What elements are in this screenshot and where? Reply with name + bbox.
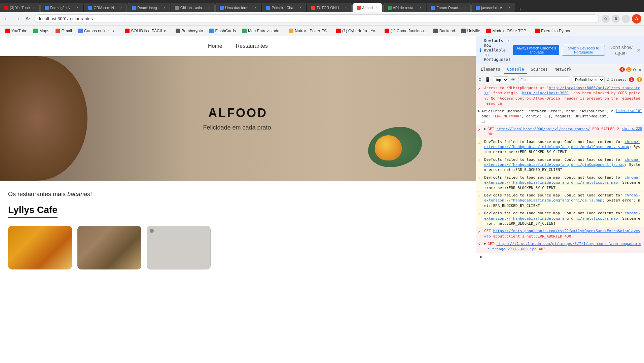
bookmark-como[interactable]: (1) Como funciona... [382,28,430,34]
img-link[interactable]: https://t1.uc.ltmcdn.com/pt/images/5/7/1… [488,242,641,251]
tab-formacao[interactable]: Formação N... ✕ [40,3,83,12]
address-bar[interactable] [34,14,599,23]
bookmark-label: Gmail [62,29,72,33]
back-button[interactable]: ← [3,14,11,23]
tab-primeiro[interactable]: Primeiro Cha... ✕ [262,3,306,12]
warn-link5[interactable]: chrome-extension://fhanhgoabiaafimidelom… [484,211,640,220]
tab-close-icon[interactable]: ✕ [419,6,422,9]
bookmark-nutror[interactable]: Nutror - Poker ES... [286,28,333,34]
warn-link3[interactable]: chrome-extension://fhanhgoabiaafimidelom… [484,175,640,185]
bookmark-univille[interactable]: Univille [458,28,483,34]
tab-console[interactable]: Console [504,66,528,74]
tab-close-icon[interactable]: ✕ [33,6,35,9]
get-link1[interactable]: http://localhost:8000/api/v1/restaurante… [497,127,590,131]
expand-icon[interactable]: ▶ [478,109,480,113]
tab-close-icon[interactable]: ✕ [254,6,257,9]
tab-alfood[interactable]: Alfood ✕ [352,3,382,12]
tab-label: Primeiro Cha... [272,6,296,10]
warn-link4[interactable]: chrome-extension://fhanhgoabiaafimidelom… [484,193,640,203]
tab-favicon [132,6,136,10]
nav-home-link[interactable]: Home [208,43,222,49]
origin-link[interactable]: http://localhost:3001 [522,91,569,95]
context-dropdown[interactable]: top [493,76,508,83]
tab-js[interactable]: javascript - A... ✕ [471,3,515,12]
console-line-ref2[interactable]: xhr.js:220 [622,126,642,131]
tab-uma[interactable]: Uma das form... ✕ [215,3,261,12]
tab-tutor[interactable]: TUTOR ONLI... ✕ [307,3,352,12]
tab-api[interactable]: API de resta... ✕ [383,3,426,12]
tab-close-icon[interactable]: ✕ [163,6,166,9]
console-line-ref[interactable]: index.tsx:101 [616,109,642,113]
extension-icon[interactable]: ⊕ [612,15,620,23]
bookmark-star-icon[interactable]: ☆ [602,15,610,23]
tab-react[interactable]: React: integ... ✕ [128,3,170,12]
tab-close-icon[interactable]: ✕ [299,6,302,9]
tab-close-icon[interactable]: ✕ [375,6,378,9]
tab-github[interactable]: GitHub - axio... ✕ [171,3,215,12]
settings-icon[interactable]: ⋮ [622,15,630,23]
bookmark-favicon [78,29,83,33]
bookmark-modelo[interactable]: Modelo OSI e TCP... [484,28,532,34]
console-filter-input[interactable] [518,76,570,83]
bookmark-gmail[interactable]: Gmail [53,28,75,34]
tab-close-icon[interactable]: ✕ [464,6,466,9]
bookmark-solid[interactable]: SOLID fica FÁCIL c... [122,28,172,34]
bookmark-maps[interactable]: Maps [31,28,52,34]
tab-sources[interactable]: Sources [527,66,551,74]
tab-label: Fórum React... [436,6,461,10]
site-navigation: Home Restaurantes [0,36,476,56]
eye-icon[interactable]: 👁 [510,76,516,83]
device-toolbar-icon[interactable]: 📱 [484,76,491,83]
tab-favicon [4,6,8,10]
nav-restaurantes-link[interactable]: Restaurantes [236,43,268,49]
expand-more-icon[interactable]: ▶ [478,254,482,260]
tab-orm[interactable]: ORM com N... ✕ [84,3,127,12]
bookmark-favicon [176,29,180,33]
tab-close-icon[interactable]: ✕ [76,6,79,9]
close-banner-button[interactable]: ✕ [637,47,641,53]
devtools-toolbar: ⊡ 📱 top 👁 Default levels 2 Issues: 1 1 [476,75,644,84]
tab-youtube[interactable]: (3) YouTube ✕ [0,3,40,12]
log-level-dropdown[interactable]: Default levels [572,76,605,83]
forward-button[interactable]: → [13,14,22,23]
bookmark-youtube[interactable]: YouTube [3,28,30,34]
inspect-element-icon[interactable]: ⊡ [478,76,482,83]
tab-close-icon[interactable]: ✕ [508,6,511,9]
expand-icon[interactable]: ▶ [484,126,486,131]
bookmark-cursos[interactable]: Cursos online – a... [75,28,121,34]
bookmark-label: Modelo OSI e TCP... [492,29,529,33]
devtools-settings-icon[interactable]: ⚙ [632,67,637,72]
reload-button[interactable]: ↻ [24,14,31,23]
tab-favicon [388,6,392,10]
bookmark-python[interactable]: Exercício Python... [532,28,577,34]
bookmark-favicon [209,29,214,33]
tab-label: Alfood [362,6,372,10]
console-entry-warn5: ⚠ DevTools failed to load source map: Co… [476,210,644,227]
tab-network[interactable]: Network [551,66,575,74]
webpage: Home Restaurantes ALFOOD Felicidade em c… [0,36,476,363]
bookmark-flashcards[interactable]: FlashCards [207,28,239,34]
bookmark-bomb[interactable]: Bombcrypto [173,28,206,34]
always-match-language-button[interactable]: Always match Chrome's language [513,45,559,55]
bookmark-cyberinfra[interactable]: (1) CyberInfra - Yo... [333,28,381,34]
tab-forum[interactable]: Fórum React... ✕ [427,3,471,12]
new-tab-button[interactable]: + [516,6,524,12]
section-headline-end: ! [90,191,92,197]
warn-link2[interactable]: chrome-extension://fhanhgoabiaafimidelom… [484,157,640,167]
switch-devtools-language-button[interactable]: Switch DevTools to Portuguese [562,45,605,56]
devtools-close-icon[interactable]: ✕ [637,67,643,72]
tab-close-icon[interactable]: ✕ [120,6,122,9]
profile-icon[interactable]: A [632,14,641,24]
tab-close-icon[interactable]: ✕ [208,6,210,9]
bookmark-backend[interactable]: Backend [431,28,458,34]
expand-icon[interactable]: ▶ [484,241,486,246]
dont-show-again-button[interactable]: Don't show again [608,45,634,56]
bookmark-entrevistado[interactable]: Meu Entrevistado... [239,28,285,34]
food-card-1 [8,226,72,269]
warn-link1[interactable]: chrome-extension://fhanhgoabiaafimidelom… [484,140,640,149]
console-text-warn2: DevTools failed to load source map: Coul… [484,157,642,173]
tab-elements[interactable]: Elements [477,66,504,74]
tab-close-icon[interactable]: ✕ [345,6,347,9]
tab-label: (3) YouTube [10,6,30,10]
section-headline: Os restaurantes mais bacanas! [8,191,468,198]
